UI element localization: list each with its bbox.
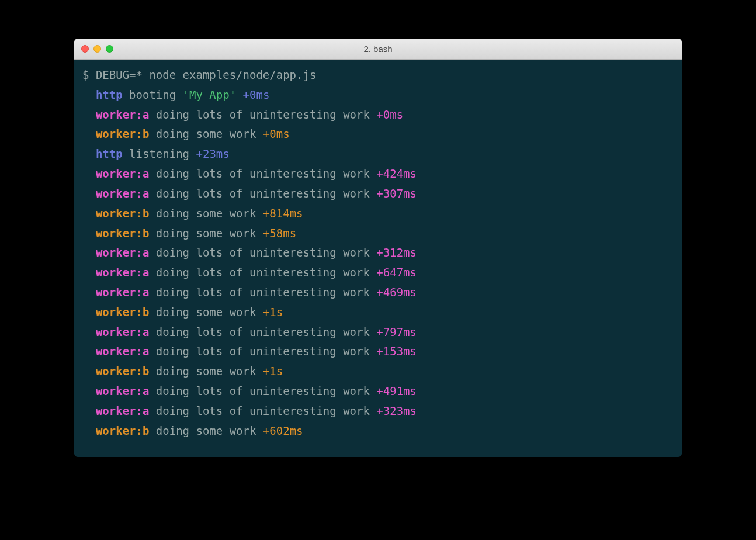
log-line: worker:b doing some work +602ms	[82, 421, 674, 441]
log-line: worker:a doing lots of uninteresting wor…	[82, 283, 674, 303]
log-time: +424ms	[376, 167, 417, 180]
log-namespace: worker:a	[96, 286, 150, 299]
log-namespace: worker:b	[96, 227, 150, 240]
log-namespace: http	[96, 88, 123, 101]
log-namespace: worker:a	[96, 326, 150, 338]
log-namespace: worker:a	[96, 385, 150, 397]
log-message-part: doing some work	[156, 127, 256, 140]
terminal-body[interactable]: $ DEBUG=* node examples/node/app.js http…	[74, 60, 682, 457]
command-line: $ DEBUG=* node examples/node/app.js	[82, 65, 674, 85]
minimize-button[interactable]	[93, 45, 101, 53]
prompt: $	[82, 68, 96, 81]
log-message-part: doing lots of uninteresting work	[156, 326, 370, 338]
log-namespace: worker:b	[96, 365, 150, 378]
log-message-part: doing some work	[156, 306, 256, 319]
log-time: +1s	[263, 365, 283, 378]
log-time: +307ms	[376, 187, 417, 200]
log-output: http booting 'My App' +0ms worker:a doin…	[82, 85, 674, 441]
log-line: worker:a doing lots of uninteresting wor…	[82, 164, 674, 184]
log-line: http listening +23ms	[82, 144, 674, 164]
log-time: +491ms	[376, 385, 417, 397]
log-time: +0ms	[376, 108, 403, 121]
log-message-part: doing some work	[156, 227, 256, 240]
maximize-button[interactable]	[106, 45, 113, 53]
log-message-part: booting	[129, 88, 183, 101]
log-line: worker:b doing some work +58ms	[82, 224, 674, 244]
log-time: +0ms	[243, 88, 270, 101]
log-message-part: doing lots of uninteresting work	[156, 167, 370, 180]
log-message-part: 'My App'	[183, 88, 237, 101]
log-line: worker:a doing lots of uninteresting wor…	[82, 382, 674, 401]
log-time: +797ms	[376, 326, 417, 338]
log-time: +647ms	[376, 266, 417, 279]
log-namespace: worker:a	[96, 187, 150, 200]
log-namespace: worker:a	[96, 345, 150, 358]
log-line: worker:b doing some work +1s	[82, 362, 674, 382]
terminal-window: 2. bash $ DEBUG=* node examples/node/app…	[74, 39, 682, 457]
log-time: +0ms	[263, 127, 290, 140]
log-time: +1s	[263, 306, 283, 319]
log-namespace: worker:a	[96, 108, 150, 121]
log-line: worker:b doing some work +0ms	[82, 124, 674, 144]
log-line: worker:b doing some work +814ms	[82, 204, 674, 224]
log-line: http booting 'My App' +0ms	[82, 85, 674, 105]
log-namespace: worker:a	[96, 246, 150, 259]
log-message-part: doing lots of uninteresting work	[156, 404, 370, 417]
log-namespace: worker:a	[96, 404, 150, 417]
log-time: +602ms	[263, 424, 303, 437]
log-message-part: doing lots of uninteresting work	[156, 345, 370, 358]
close-button[interactable]	[81, 45, 89, 53]
log-message-part: doing lots of uninteresting work	[156, 187, 370, 200]
log-message-part: doing some work	[156, 207, 256, 220]
log-namespace: worker:b	[96, 306, 150, 319]
log-message-part: doing some work	[156, 365, 256, 378]
log-time: +323ms	[376, 404, 417, 417]
log-namespace: worker:a	[96, 266, 150, 279]
log-line: worker:a doing lots of uninteresting wor…	[82, 263, 674, 283]
log-message-part: doing lots of uninteresting work	[156, 246, 370, 259]
traffic-lights	[81, 45, 113, 53]
log-time: +23ms	[196, 147, 230, 160]
log-namespace: http	[96, 147, 123, 160]
log-time: +153ms	[376, 345, 417, 358]
log-time: +814ms	[263, 207, 303, 220]
window-titlebar: 2. bash	[74, 39, 682, 60]
log-namespace: worker:b	[96, 207, 150, 220]
log-time: +469ms	[376, 286, 417, 299]
log-namespace: worker:b	[96, 424, 150, 437]
log-message-part: doing lots of uninteresting work	[156, 108, 370, 121]
log-message-part: doing lots of uninteresting work	[156, 286, 370, 299]
log-message-part: listening	[129, 147, 189, 160]
log-line: worker:a doing lots of uninteresting wor…	[82, 323, 674, 342]
log-line: worker:a doing lots of uninteresting wor…	[82, 243, 674, 263]
log-namespace: worker:b	[96, 127, 150, 140]
log-message-part: doing lots of uninteresting work	[156, 266, 370, 279]
log-line: worker:a doing lots of uninteresting wor…	[82, 401, 674, 421]
log-namespace: worker:a	[96, 167, 150, 180]
log-line: worker:a doing lots of uninteresting wor…	[82, 184, 674, 204]
command-text: DEBUG=* node examples/node/app.js	[96, 68, 317, 81]
log-message-part: doing some work	[156, 424, 256, 437]
log-time: +58ms	[263, 227, 296, 240]
log-time: +312ms	[376, 246, 417, 259]
window-title: 2. bash	[363, 44, 392, 54]
log-line: worker:b doing some work +1s	[82, 303, 674, 323]
log-message-part: doing lots of uninteresting work	[156, 385, 370, 397]
log-line: worker:a doing lots of uninteresting wor…	[82, 342, 674, 362]
log-line: worker:a doing lots of uninteresting wor…	[82, 105, 674, 125]
